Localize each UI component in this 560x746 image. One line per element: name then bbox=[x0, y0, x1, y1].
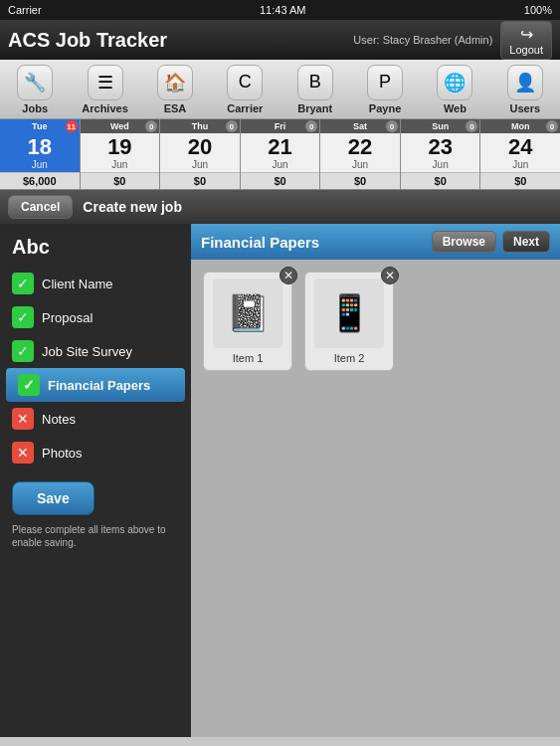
nav-item-payne[interactable]: P Payne bbox=[355, 65, 415, 114]
cal-day-amount-5: $0 bbox=[401, 172, 480, 189]
left-panel: Abc ✓ Client Name ✓ Proposal ✓ Job Site … bbox=[0, 224, 191, 737]
financial-papers-status-icon: ✓ bbox=[18, 374, 40, 396]
bryant-label: Bryant bbox=[297, 102, 332, 114]
jobs-label: Jobs bbox=[22, 102, 48, 114]
badge-2: 0 bbox=[226, 120, 238, 132]
jobs-icon: 🔧 bbox=[17, 65, 53, 100]
right-panel-header: Financial Papers Browse Next bbox=[191, 224, 560, 260]
header-right: User: Stacy Brasher (Admin) ↪ Logout bbox=[353, 21, 552, 60]
archives-icon: ☰ bbox=[88, 65, 123, 100]
esa-label: ESA bbox=[164, 102, 187, 114]
browse-button[interactable]: Browse bbox=[432, 231, 496, 253]
save-note: Please complete all items above to enabl… bbox=[0, 519, 191, 553]
bryant-icon: B bbox=[297, 65, 333, 100]
cal-day-sunday[interactable]: Sun 0 23 Jun $0 bbox=[401, 119, 481, 189]
nav-item-esa[interactable]: 🏠 ESA bbox=[145, 65, 205, 114]
cancel-button[interactable]: Cancel bbox=[8, 195, 73, 219]
items-area: ✕ 📓 Item 1 ✕ 📱 Item 2 bbox=[191, 260, 560, 737]
users-label: Users bbox=[510, 102, 541, 114]
cal-day-header-6: Mon 0 bbox=[480, 119, 560, 133]
cal-day-month-3: Jun bbox=[241, 159, 320, 172]
nav-item-users[interactable]: 👤 Users bbox=[495, 65, 555, 114]
battery-label: 100% bbox=[524, 4, 552, 16]
nav-item-carrier[interactable]: C Carrier bbox=[215, 65, 275, 114]
cal-day-header-5: Sun 0 bbox=[401, 119, 480, 133]
item-close-item1[interactable]: ✕ bbox=[280, 267, 297, 284]
badge-6: 0 bbox=[546, 120, 558, 132]
cal-day-amount-6: $0 bbox=[480, 172, 560, 189]
cal-day-friday[interactable]: Fri 0 21 Jun $0 bbox=[241, 119, 321, 189]
item-thumbnail-item1: 📓 bbox=[213, 279, 282, 348]
badge-0: 11 bbox=[66, 120, 78, 132]
badge-4: 0 bbox=[386, 120, 398, 132]
item-card-item2[interactable]: ✕ 📱 Item 2 bbox=[304, 272, 394, 371]
cal-day-amount-1: $0 bbox=[81, 172, 160, 189]
notes-label: Notes bbox=[42, 412, 76, 427]
job-site-survey-label: Job Site Survey bbox=[42, 344, 132, 359]
carrier-icon: C bbox=[227, 65, 263, 100]
cal-day-month-4: Jun bbox=[320, 159, 400, 172]
carrier-label: Carrier bbox=[227, 102, 263, 114]
time-label: 11:43 AM bbox=[260, 4, 305, 16]
menu-item-notes[interactable]: ✕ Notes bbox=[0, 402, 191, 436]
payne-icon: P bbox=[367, 65, 403, 100]
cal-day-header-1: Wed 0 bbox=[81, 119, 160, 133]
panel-title: Financial Papers bbox=[201, 234, 319, 251]
badge-5: 0 bbox=[466, 120, 477, 132]
cal-day-header-4: Sat 0 bbox=[320, 119, 400, 133]
payne-label: Payne bbox=[369, 102, 401, 114]
users-icon: 👤 bbox=[507, 65, 543, 100]
menu-item-job-site-survey[interactable]: ✓ Job Site Survey bbox=[0, 334, 191, 368]
cal-day-header-0: Tue 11 bbox=[0, 119, 80, 133]
next-button[interactable]: Next bbox=[502, 231, 550, 253]
photos-status-icon: ✕ bbox=[12, 442, 34, 464]
cal-day-header-3: Fri 0 bbox=[241, 119, 320, 133]
toolbar-row: Cancel Create new job bbox=[0, 190, 560, 224]
item-close-item2[interactable]: ✕ bbox=[381, 267, 399, 284]
badge-3: 0 bbox=[305, 120, 317, 132]
main-content: Abc ✓ Client Name ✓ Proposal ✓ Job Site … bbox=[0, 224, 560, 737]
job-name-label: Abc bbox=[0, 232, 191, 267]
panel-actions: Browse Next bbox=[432, 231, 550, 253]
esa-icon: 🏠 bbox=[157, 65, 193, 100]
cal-day-wednesday[interactable]: Wed 0 19 Jun $0 bbox=[81, 119, 161, 189]
web-icon: 🌐 bbox=[437, 65, 472, 100]
cal-day-number-4: 22 bbox=[320, 133, 400, 159]
create-job-label: Create new job bbox=[83, 199, 182, 215]
save-button[interactable]: Save bbox=[12, 481, 94, 515]
menu-items: ✓ Client Name ✓ Proposal ✓ Job Site Surv… bbox=[0, 267, 191, 469]
photos-label: Photos bbox=[42, 446, 82, 461]
item-card-item1[interactable]: ✕ 📓 Item 1 bbox=[203, 272, 292, 371]
logout-button[interactable]: ↪ Logout bbox=[500, 21, 552, 60]
cal-day-tuesday[interactable]: Tue 11 18 Jun $6,000 bbox=[0, 119, 81, 189]
menu-item-client-name[interactable]: ✓ Client Name bbox=[0, 267, 191, 300]
cal-day-saturday[interactable]: Sat 0 22 Jun $0 bbox=[320, 119, 401, 189]
cal-day-amount-3: $0 bbox=[241, 172, 320, 189]
cal-day-number-2: 20 bbox=[160, 133, 240, 159]
item-label-item2: Item 2 bbox=[334, 352, 365, 364]
app-title: ACS Job Tracker bbox=[8, 29, 167, 52]
menu-item-photos[interactable]: ✕ Photos bbox=[0, 436, 191, 469]
nav-item-web[interactable]: 🌐 Web bbox=[425, 65, 484, 114]
menu-item-proposal[interactable]: ✓ Proposal bbox=[0, 300, 191, 334]
financial-papers-label: Financial Papers bbox=[48, 378, 150, 393]
web-label: Web bbox=[444, 102, 467, 114]
client-name-status-icon: ✓ bbox=[12, 273, 34, 294]
cal-day-header-2: Thu 0 bbox=[160, 119, 240, 133]
cal-day-month-1: Jun bbox=[81, 159, 160, 172]
cal-day-number-1: 19 bbox=[81, 133, 160, 159]
nav-item-jobs[interactable]: 🔧 Jobs bbox=[5, 65, 65, 114]
nav-item-archives[interactable]: ☰ Archives bbox=[76, 65, 135, 114]
item-thumbnail-item2: 📱 bbox=[314, 279, 384, 348]
user-label: User: Stacy Brasher (Admin) bbox=[353, 34, 492, 46]
status-bar: Carrier 11:43 AM 100% bbox=[0, 0, 560, 20]
cal-day-month-0: Jun bbox=[0, 159, 80, 172]
cal-day-number-5: 23 bbox=[401, 133, 480, 159]
cal-day-thursday[interactable]: Thu 0 20 Jun $0 bbox=[160, 119, 241, 189]
menu-item-financial-papers[interactable]: ✓ Financial Papers bbox=[6, 368, 185, 402]
nav-bar: 🔧 Jobs ☰ Archives 🏠 ESA C Carrier B Brya… bbox=[0, 60, 560, 119]
cal-day-month-6: Jun bbox=[480, 159, 560, 172]
cal-day-amount-0: $6,000 bbox=[0, 172, 80, 189]
cal-day-monday[interactable]: Mon 0 24 Jun $0 bbox=[480, 119, 560, 189]
nav-item-bryant[interactable]: B Bryant bbox=[285, 65, 345, 114]
